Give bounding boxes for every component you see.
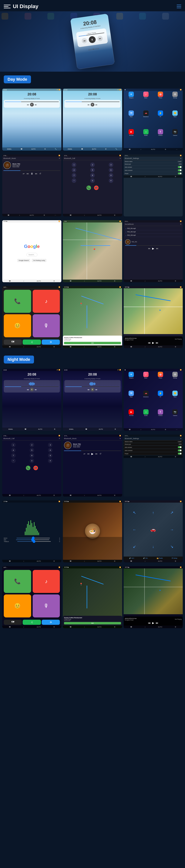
carplay-spotify[interactable]: ♫: [23, 340, 41, 345]
nav-phone-nn[interactable]: ☎: [130, 560, 132, 562]
nav-auto-call[interactable]: AUTO: [98, 214, 102, 216]
nav-music-na[interactable]: ♪: [140, 429, 141, 430]
night-carplay-phone[interactable]: 📞: [4, 570, 31, 593]
nav-settings[interactable]: ⚙: [165, 149, 166, 150]
next-btn[interactable]: ⏭: [97, 35, 103, 41]
nav-auto-cp[interactable]: AUTO: [36, 346, 41, 348]
nav-auto-st[interactable]: AUTO: [158, 176, 162, 178]
app-photos[interactable]: 🌸Photos: [154, 92, 167, 110]
night-dial-5[interactable]: 5: [30, 448, 34, 453]
nav-music-call[interactable]: ♪: [84, 214, 85, 216]
dial-0[interactable]: 0: [90, 178, 95, 183]
night-nav-opt-1[interactable]: 🔊 Vol+: [129, 557, 134, 559]
night-next-1[interactable]: ⏭: [35, 389, 37, 391]
night-bt-call-back[interactable]: ✕: [59, 438, 60, 439]
carplay-podcast[interactable]: 🎙: [33, 314, 60, 337]
nav-settings-nn[interactable]: ⚙: [175, 560, 176, 562]
night-dial-6[interactable]: 6: [48, 448, 52, 453]
night-dial-7[interactable]: 7: [11, 453, 16, 458]
nav-auto-am[interactable]: AUTO: [158, 346, 162, 348]
night-carplay-spotify[interactable]: ♫: [23, 620, 41, 625]
music-item-3[interactable]: ♪ 华乐_003.mp3: [125, 234, 182, 237]
night-app-waze[interactable]: 😊Waze: [168, 391, 182, 409]
night-carplay-bt[interactable]: ✈: [42, 620, 60, 625]
bt-back[interactable]: ✕: [59, 157, 60, 159]
app-telegram[interactable]: ✈Telegram: [125, 92, 138, 110]
app-music[interactable]: ♪Music: [139, 92, 153, 110]
nav-auto[interactable]: AUTO: [151, 149, 155, 150]
nav-more-bt[interactable]: ⋯: [55, 214, 56, 216]
night-nav-opt-4[interactable]: ⚙ Setup: [171, 557, 177, 559]
nav-settings-am[interactable]: ⚙: [175, 346, 176, 348]
nav-arrow-u[interactable]: ↑: [144, 504, 162, 521]
night-repeat[interactable]: ↺: [100, 453, 101, 455]
night-dial-4[interactable]: 4: [11, 448, 16, 453]
carplay-phone[interactable]: 📞: [4, 290, 31, 313]
night-carplay-music[interactable]: ♪: [33, 570, 60, 593]
hangup-btn[interactable]: 📵: [94, 186, 99, 190]
next-track[interactable]: ⏭: [35, 172, 37, 175]
nav-auto-nwf[interactable]: AUTO: [36, 560, 41, 562]
nav-music-cp[interactable]: ♪: [23, 346, 24, 348]
play-pause-btn[interactable]: ⏸: [88, 36, 96, 43]
local-prev[interactable]: ⏮: [148, 247, 150, 250]
night-play[interactable]: ▶: [91, 452, 94, 455]
widget-next-2[interactable]: ⏭: [96, 104, 98, 106]
play-btn[interactable]: ⏸: [31, 172, 33, 175]
dial-5[interactable]: 5: [90, 168, 95, 172]
night-app-camera[interactable]: 📷Camera: [168, 409, 182, 427]
nav-music-nbc[interactable]: ♪: [23, 495, 24, 496]
nav-settings-nwf[interactable]: ⚙: [53, 560, 55, 562]
widget-next[interactable]: ⏭: [35, 104, 37, 106]
call-btn[interactable]: 📞: [86, 186, 91, 190]
widget-play-2[interactable]: ⏸: [90, 103, 95, 106]
nav-music-nav[interactable]: ♪: [84, 280, 85, 282]
dial-star[interactable]: *: [72, 178, 76, 183]
night-play-1[interactable]: ⏸: [30, 388, 34, 392]
night-app-youtube[interactable]: ▶YouTube: [125, 409, 138, 427]
treble-slider[interactable]: [17, 541, 51, 541]
nav-music-st[interactable]: ♪: [145, 176, 146, 178]
night-maps-next[interactable]: ⏭: [156, 621, 158, 624]
nav-more-na[interactable]: ⋯: [176, 429, 178, 430]
night-carplay-maps[interactable]: 🗺: [4, 620, 22, 625]
nav-settings-nf[interactable]: ⚙: [114, 560, 115, 562]
dial-7[interactable]: 7: [72, 173, 76, 178]
app-spotify[interactable]: ♫Spotify: [139, 129, 153, 147]
widget-prev[interactable]: ⏮: [27, 104, 29, 106]
nav-phone-ncp[interactable]: ☎: [9, 626, 11, 628]
nav-arrow-l[interactable]: ←: [126, 522, 143, 538]
app-settings[interactable]: ⚙Settings: [168, 92, 182, 110]
night-prev-2[interactable]: ⏮: [87, 389, 89, 391]
night-prev-1[interactable]: ⏮: [27, 389, 29, 391]
carplay-music[interactable]: ♪: [33, 290, 60, 313]
app-maps[interactable]: 🗺Maps: [125, 111, 138, 129]
google-search-btn[interactable]: Google Search: [17, 259, 30, 262]
nav-auto-nbc[interactable]: AUTO: [36, 495, 41, 496]
nav-music-nwf[interactable]: ♪: [23, 560, 24, 562]
repeat-btn[interactable]: ↺: [39, 172, 41, 175]
nav-music-nwz[interactable]: ♪: [84, 626, 85, 628]
nav-phone[interactable]: ☎: [129, 149, 131, 150]
music-item-1[interactable]: ♪ 华乐_001.mp3: [125, 227, 182, 230]
hamburger-lines[interactable]: [177, 5, 181, 8]
night-app-bt[interactable]: ⚡BT: [154, 391, 167, 409]
nav-arrow-dl[interactable]: ↙: [126, 538, 143, 555]
nav-music[interactable]: ♪: [140, 149, 141, 150]
nav-settings-nbs[interactable]: ⚙: [175, 456, 176, 458]
night-maps-prev[interactable]: ⏮: [148, 621, 151, 624]
nav-auto-ncp[interactable]: AUTO: [36, 626, 41, 628]
nav-phone-nbs[interactable]: ☎: [130, 456, 132, 458]
nav-auto-na[interactable]: AUTO: [151, 429, 155, 430]
night-dial-1[interactable]: 1: [11, 443, 16, 447]
nav-auto-nwz[interactable]: AUTO: [98, 626, 102, 628]
nav-arrow-d[interactable]: ↓: [144, 538, 162, 555]
nav-settings-ncp[interactable]: ⚙: [53, 626, 55, 628]
night-play-2[interactable]: ⏸: [90, 388, 95, 392]
nav-settings-nbm[interactable]: ⚙: [114, 495, 115, 496]
nav-arrow-dr[interactable]: ↘: [163, 538, 181, 555]
nav-settings-nbc[interactable]: ⚙: [53, 495, 55, 496]
night-bt-settings-back[interactable]: ✕: [180, 438, 182, 439]
night-app-spotify[interactable]: ♫Spotify: [139, 409, 153, 427]
nav-auto-nbm[interactable]: AUTO: [98, 495, 102, 496]
